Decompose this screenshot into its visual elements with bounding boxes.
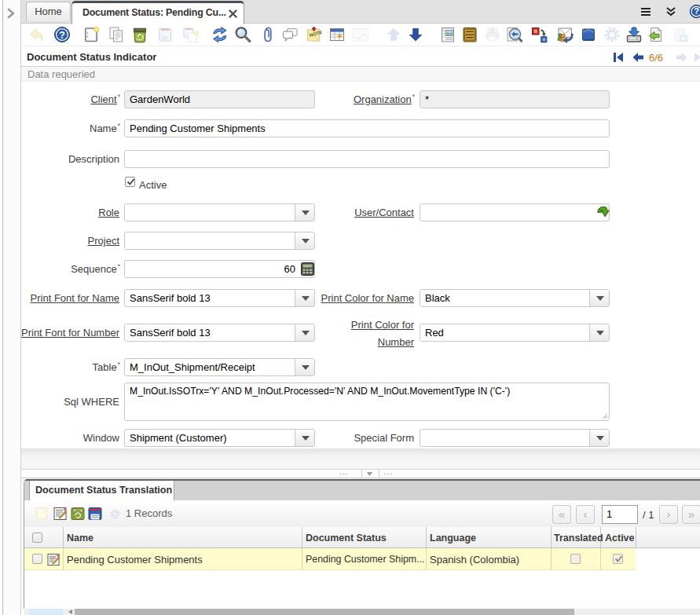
svg-text:?: ? [694, 6, 699, 16]
svg-text:?: ? [59, 30, 65, 41]
